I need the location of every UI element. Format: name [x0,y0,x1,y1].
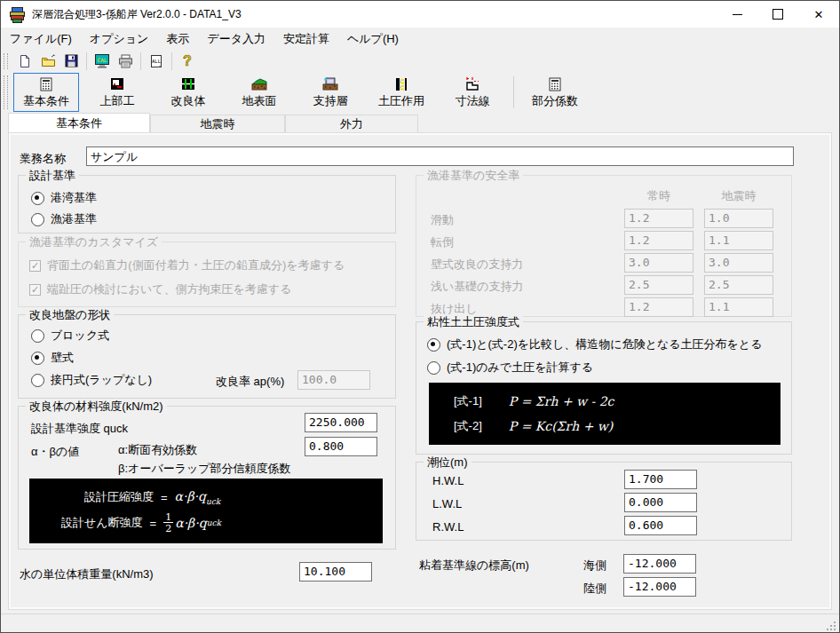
print-button[interactable] [115,51,136,71]
section-button-label: 上部工 [100,93,135,109]
checkbox-label: 背面土の鉛直力(側面付着力・土圧の鉛直成分)を考慮する [47,257,345,273]
safety-sliding-seismic: 1.0 [704,209,773,228]
rwl-label: R.W.L [432,520,464,534]
material-strength-group: 改良体の材料強度(kN/m2) 設計基準強度 quck 2250.000 α・β… [18,406,396,550]
pressure-formula-box: [式-1] P = Σrh + w - 2c [式-2] P = Kc(Σrh … [429,383,781,445]
section-button-superstructure[interactable]: 上部工 [84,73,150,112]
lwl-input[interactable]: 0.000 [624,493,697,512]
section-button-earth-pressure[interactable]: 土圧作用 [368,73,434,112]
hwl-input[interactable]: 1.700 [624,470,697,489]
resize-grip-icon[interactable] [826,621,836,631]
tab-external-force[interactable]: 外力 [285,115,418,132]
radio-label: (式-1)と(式-2)を比較し、構造物に危険となる土圧分布をとる [447,336,762,352]
design-standard-strength-input[interactable]: 2250.000 [305,413,377,432]
radio-fishing-port-standard[interactable]: 漁港基準 [31,211,97,227]
grid-icon [38,76,54,92]
material-strength-title: 改良体の材料強度(kN/m2) [26,399,167,415]
all-pages-button[interactable]: ALL [146,51,167,71]
alpha-value-input[interactable]: 0.800 [305,437,377,456]
tide-level-group: 潮位(m) H.W.L 1.700 L.W.L 0.000 R.W.L 0.60… [416,462,792,541]
bearing-layer-icon [321,76,339,92]
sea-side-input[interactable]: -12.000 [623,554,696,574]
svg-text:?: ? [183,53,192,68]
checkbox-vertical-backfill-force: ✓ 背面土の鉛直力(側面付着力・土圧の鉛直成分)を考慮する [29,257,345,273]
radio-compare-formulas[interactable]: (式-1)と(式-2)を比較し、構造物に危険となる土圧分布をとる [427,336,762,352]
section-button-label: 基本条件 [23,93,69,109]
ground-surface-icon [250,76,268,92]
radio-formula1-only[interactable]: (式-1)のみで土圧を計算する [427,360,593,376]
tab-seismic[interactable]: 地震時 [150,115,285,132]
design-standard-strength-label: 設計基準強度 quck [31,421,128,437]
minimize-button[interactable] [717,1,757,28]
status-bar [1,613,839,633]
toolbar-sections: 基本条件 上部工 改良体 地表面 支持層 土圧作用 寸法線 [1,72,839,113]
radio-icon [31,374,44,387]
section-button-label: 地表面 [242,93,277,109]
hwl-label: H.W.L [432,474,464,487]
alpha-beta-label: α・βの値 [31,444,79,460]
water-unit-weight-label: 水の単位体積重量(kN/m3) [20,566,154,582]
section-button-basic-conditions[interactable]: 基本条件 [13,73,79,112]
alpha-description-label: α:断面有効係数 [118,442,197,458]
safety-overturning-normal: 1.2 [624,231,693,250]
new-document-icon [18,54,32,68]
safety-row-label: 滑動 [431,212,454,228]
radio-icon [427,361,440,375]
improvement-rate-input: 100.0 [297,370,370,390]
calc-monitor-icon: CAL [94,53,110,68]
ground-shape-title: 改良地盤の形状 [26,307,114,323]
dimension-lines-icon [464,76,481,92]
toolbar-standard: CAL ALL ? [1,50,839,72]
rwl-input[interactable]: 0.600 [624,516,697,535]
help-button[interactable]: ? [177,51,198,71]
menu-stability-calc[interactable]: 安定計算 [274,28,338,50]
help-icon: ? [181,53,194,68]
menu-file[interactable]: ファイル(F) [1,28,81,50]
strength-formula-box: 設計圧縮強度 = α·β·quck 設計せん断強度 = 1 2 α·β·quck [29,479,383,543]
calc-button[interactable]: CAL [91,51,113,71]
menu-option[interactable]: オプション [81,28,158,50]
section-button-improved-body[interactable]: 改良体 [155,73,221,112]
radio-block-type[interactable]: ブロック式 [31,328,109,344]
sea-side-label: 海側 [583,558,606,574]
radio-tangent-circle-type[interactable]: 接円式(ラップなし) [31,372,152,388]
window-title: 深層混合処理3-係船岸 Ver2.0.0 - DATA1_V3 [32,7,242,22]
lwl-label: L.W.L [432,497,462,510]
toolbar-grip[interactable] [4,53,8,69]
radio-icon [31,192,44,205]
close-button[interactable]: ✕ [798,1,839,28]
section-button-bearing-layer[interactable]: 支持層 [297,73,363,112]
water-unit-weight-input[interactable]: 10.100 [299,562,372,582]
radio-wall-type[interactable]: 壁式 [31,350,74,366]
land-side-label: 陸側 [583,581,606,597]
radio-label: ブロック式 [51,328,109,344]
menu-data-input[interactable]: データ入力 [198,28,274,50]
save-button[interactable] [60,51,82,71]
section-button-label: 寸法線 [456,93,490,109]
toolbar-grip[interactable] [4,75,8,109]
tab-basic-conditions[interactable]: 基本条件 [8,113,150,132]
open-file-button[interactable] [37,51,59,71]
project-name-input[interactable]: サンプル [86,146,794,166]
new-document-button[interactable] [14,51,36,71]
radio-port-standard[interactable]: 港湾基準 [31,190,97,206]
menu-view[interactable]: 表示 [157,28,198,50]
section-button-ground-surface[interactable]: 地表面 [226,73,292,112]
svg-text:CAL: CAL [98,57,107,63]
safety-row-label: 転倒 [431,234,454,250]
save-icon [65,54,78,67]
svg-text:ALL: ALL [152,58,162,63]
earth-pressure-icon [393,76,409,92]
app-icon [10,7,25,21]
toolbar-separator [171,52,172,70]
land-side-input[interactable]: -12.000 [623,577,696,597]
menu-help[interactable]: ヘルプ(H) [338,28,408,50]
column-header-normal: 常時 [624,188,693,204]
adhesion-line-label: 粘着基準線の標高(m) [419,558,529,574]
title-bar: 深層混合処理3-係船岸 Ver2.0.0 - DATA1_V3 ✕ [1,1,839,28]
section-button-dimension-lines[interactable]: 寸法線 [440,73,505,112]
safety-factors-title: 漁港基準の安全率 [424,168,523,184]
section-button-partial-factors[interactable]: 部分係数 [522,73,588,112]
maximize-button[interactable] [757,1,798,28]
project-name-label: 業務名称 [20,151,66,167]
